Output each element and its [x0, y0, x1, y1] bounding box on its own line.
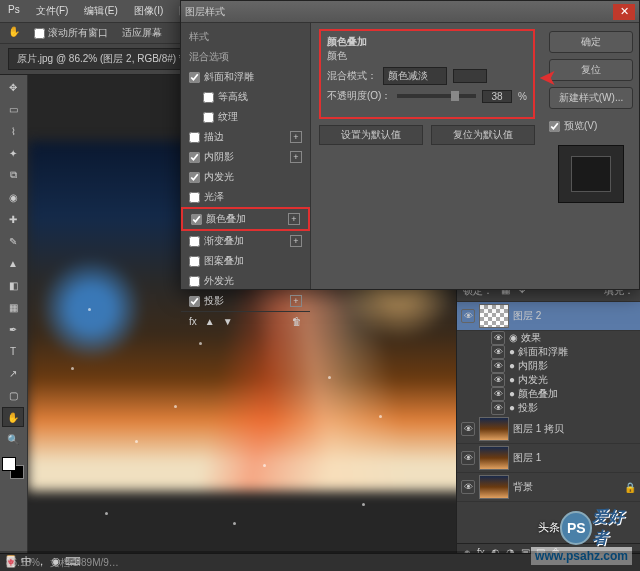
plus-icon[interactable]: +: [288, 213, 300, 225]
wand-tool[interactable]: ✦: [2, 143, 24, 163]
eye-icon[interactable]: 👁: [461, 422, 475, 436]
eye-icon[interactable]: 👁: [491, 387, 505, 401]
style-row[interactable]: 内阴影+: [181, 147, 310, 167]
fx-sub-item[interactable]: 👁● 内发光: [457, 373, 640, 387]
fx-down-icon[interactable]: ▼: [223, 316, 233, 327]
style-label: 内阴影: [204, 150, 234, 164]
style-label: 外发光: [204, 274, 234, 288]
style-checkbox[interactable]: [189, 236, 200, 247]
fx-sub-item[interactable]: 👁● 投影: [457, 401, 640, 415]
menu-file[interactable]: 文件(F): [36, 4, 69, 18]
set-default-button[interactable]: 设置为默认值: [319, 125, 423, 145]
plus-icon[interactable]: +: [290, 235, 302, 247]
eyedrop-tool[interactable]: ◉: [2, 187, 24, 207]
move-tool[interactable]: ✥: [2, 77, 24, 97]
document-tab[interactable]: 原片.jpg @ 86.2% (图层 2, RGB/8#) *: [8, 48, 192, 70]
cancel-button[interactable]: 复位: [549, 59, 633, 81]
ok-button[interactable]: 确定: [549, 31, 633, 53]
style-checkbox[interactable]: [189, 172, 200, 183]
ime-icon[interactable]: 🀄 中: [4, 554, 32, 569]
fx-trash-icon[interactable]: 🗑: [292, 316, 302, 327]
blendmode-select[interactable]: 颜色减淡: [383, 67, 447, 85]
eye-icon[interactable]: 👁: [491, 401, 505, 415]
opacity-label: 不透明度(O)：: [327, 89, 391, 103]
style-row[interactable]: 光泽: [181, 187, 310, 207]
reset-default-button[interactable]: 复位为默认值: [431, 125, 535, 145]
style-row[interactable]: 投影+: [181, 291, 310, 311]
style-checkbox[interactable]: [191, 214, 202, 225]
style-checkbox[interactable]: [189, 72, 200, 83]
opt-fit[interactable]: 适应屏幕: [122, 26, 162, 40]
style-label: 投影: [204, 294, 224, 308]
eye-icon[interactable]: 👁: [461, 480, 475, 494]
style-row[interactable]: 纹理: [181, 107, 310, 127]
plus-icon[interactable]: +: [290, 131, 302, 143]
preview-toggle[interactable]: 预览(V): [549, 119, 633, 133]
layer-row[interactable]: 👁图层 2: [457, 302, 640, 331]
opacity-value[interactable]: 38: [482, 90, 512, 103]
color-swatch[interactable]: [2, 457, 22, 477]
eye-icon[interactable]: 👁: [461, 309, 475, 323]
marquee-tool[interactable]: ▭: [2, 99, 24, 119]
eye-icon[interactable]: 👁: [491, 373, 505, 387]
dialog-titlebar[interactable]: 图层样式 ✕: [181, 1, 639, 23]
eye-icon[interactable]: 👁: [461, 451, 475, 465]
opacity-slider[interactable]: [397, 94, 476, 98]
stamp-tool[interactable]: ▲: [2, 253, 24, 273]
styles-header[interactable]: 样式: [181, 27, 310, 47]
layer-row[interactable]: 👁图层 1: [457, 444, 640, 473]
lasso-tool[interactable]: ⌇: [2, 121, 24, 141]
plus-icon[interactable]: +: [290, 151, 302, 163]
eye-icon[interactable]: 👁: [491, 331, 505, 345]
layer-row[interactable]: 👁背景🔒: [457, 473, 640, 502]
blend-header[interactable]: 混合选项: [181, 47, 310, 67]
ime-full-icon[interactable]: ◉: [51, 555, 61, 568]
new-style-button[interactable]: 新建样式(W)...: [549, 87, 633, 109]
fx-sub-item[interactable]: 👁● 颜色叠加: [457, 387, 640, 401]
zoom-tool[interactable]: 🔍: [2, 429, 24, 449]
style-row[interactable]: 斜面和浮雕: [181, 67, 310, 87]
style-row[interactable]: 内发光: [181, 167, 310, 187]
style-row[interactable]: 渐变叠加+: [181, 231, 310, 251]
crop-tool[interactable]: ⧉: [2, 165, 24, 185]
fx-sub-item[interactable]: 👁● 内阴影: [457, 359, 640, 373]
style-checkbox[interactable]: [189, 256, 200, 267]
fx-up-icon[interactable]: ▲: [205, 316, 215, 327]
layer-row[interactable]: 👁图层 1 拷贝: [457, 415, 640, 444]
style-row[interactable]: 等高线: [181, 87, 310, 107]
layer-name: 图层 2: [513, 309, 541, 323]
ime-punct-icon[interactable]: ，: [36, 554, 47, 569]
style-label: 内发光: [204, 170, 234, 184]
style-row[interactable]: 颜色叠加+: [181, 207, 310, 231]
ime-keyboard-icon[interactable]: ⌨: [65, 555, 81, 568]
style-row[interactable]: 外发光: [181, 271, 310, 291]
type-tool[interactable]: T: [2, 341, 24, 361]
eye-icon[interactable]: 👁: [491, 359, 505, 373]
color-swatch-picker[interactable]: [453, 69, 487, 83]
shape-tool[interactable]: ▢: [2, 385, 24, 405]
style-checkbox[interactable]: [189, 132, 200, 143]
fx-sub-item[interactable]: 👁● 斜面和浮雕: [457, 345, 640, 359]
fx-header[interactable]: 👁◉ 效果: [457, 331, 640, 345]
style-checkbox[interactable]: [189, 152, 200, 163]
path-tool[interactable]: ↗: [2, 363, 24, 383]
plus-icon[interactable]: +: [290, 295, 302, 307]
style-checkbox[interactable]: [203, 112, 214, 123]
menu-image[interactable]: 图像(I): [134, 4, 163, 18]
menu-edit[interactable]: 编辑(E): [84, 4, 117, 18]
brush-tool[interactable]: ✎: [2, 231, 24, 251]
style-row[interactable]: 描边+: [181, 127, 310, 147]
eye-icon[interactable]: 👁: [491, 345, 505, 359]
style-checkbox[interactable]: [189, 296, 200, 307]
opt-scroll[interactable]: 滚动所有窗口: [34, 26, 108, 40]
style-checkbox[interactable]: [203, 92, 214, 103]
pen-tool[interactable]: ✒: [2, 319, 24, 339]
style-row[interactable]: 图案叠加: [181, 251, 310, 271]
close-icon[interactable]: ✕: [613, 4, 635, 20]
hand-tool[interactable]: ✋: [2, 407, 24, 427]
heal-tool[interactable]: ✚: [2, 209, 24, 229]
eraser-tool[interactable]: ◧: [2, 275, 24, 295]
style-checkbox[interactable]: [189, 192, 200, 203]
style-checkbox[interactable]: [189, 276, 200, 287]
gradient-tool[interactable]: ▦: [2, 297, 24, 317]
